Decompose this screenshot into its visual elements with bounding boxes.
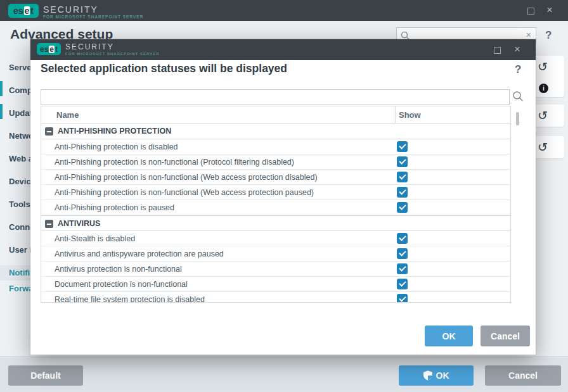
status-name: Anti-Phishing protection is non-function… bbox=[55, 155, 294, 170]
group-row[interactable]: ANTIVIRUS bbox=[41, 215, 510, 231]
product-name: SECURITY bbox=[43, 4, 98, 15]
scrollbar-thumb[interactable] bbox=[516, 112, 519, 125]
app-window: eset SECURITY FOR MICROSOFT SHAREPOINT S… bbox=[0, 0, 568, 392]
revert-icon[interactable]: ↺ bbox=[538, 61, 548, 73]
table-header: Name Show bbox=[41, 106, 510, 123]
show-checkbox[interactable] bbox=[397, 233, 408, 244]
dialog-title: Selected application statuses will be di… bbox=[41, 62, 287, 75]
main-footer: Default OK Cancel bbox=[0, 357, 568, 392]
table-body: ANTI-PHISHING PROTECTIONAnti-Phishing pr… bbox=[41, 123, 510, 303]
status-name: Anti-Phishing protection is paused bbox=[55, 200, 174, 215]
sidebar-item-tools[interactable]: Tools bbox=[0, 197, 30, 212]
show-checkbox[interactable] bbox=[397, 187, 408, 198]
shield-icon bbox=[423, 370, 432, 381]
sidebar-item-forward[interactable]: Forwa bbox=[0, 281, 30, 296]
status-row: Anti-Phishing protection is non-function… bbox=[41, 185, 510, 200]
close-icon[interactable]: × bbox=[546, 5, 553, 15]
product-name: SECURITY bbox=[65, 42, 114, 51]
status-name: Anti-Phishing protection is non-function… bbox=[55, 170, 318, 185]
status-row: Anti-Phishing protection is paused bbox=[41, 200, 510, 215]
show-checkbox[interactable] bbox=[397, 141, 408, 152]
sidebar-item-server[interactable]: Serve bbox=[0, 60, 30, 75]
default-button[interactable]: Default bbox=[8, 365, 83, 386]
product-subtitle: FOR MICROSOFT SHAREPOINT SERVER bbox=[65, 52, 160, 56]
maximize-icon[interactable] bbox=[527, 6, 534, 16]
sidebar-item-notifications[interactable]: Notifi bbox=[0, 265, 30, 281]
sidebar-item-web-and-email[interactable]: Web a bbox=[0, 151, 30, 167]
status-row: Real-time file system protection is disa… bbox=[41, 292, 510, 303]
show-checkbox[interactable] bbox=[397, 248, 408, 259]
ok-button[interactable]: OK bbox=[425, 326, 473, 346]
maximize-icon[interactable] bbox=[494, 46, 501, 55]
status-row: Antivirus protection is non-functional bbox=[41, 262, 510, 277]
sidebar-item-device-control[interactable]: Devic bbox=[0, 174, 30, 189]
sidebar-item-connected[interactable]: Conne bbox=[0, 220, 30, 235]
show-checkbox[interactable] bbox=[397, 263, 408, 274]
group-label: ANTIVIRUS bbox=[58, 216, 100, 232]
status-name: Anti-Phishing protection is disabled bbox=[55, 139, 178, 155]
help-icon[interactable]: ? bbox=[515, 63, 521, 76]
sidebar-item-computer[interactable]: Comp bbox=[0, 83, 30, 98]
main-titlebar: eset SECURITY FOR MICROSOFT SHAREPOINT S… bbox=[0, 0, 568, 21]
column-header-show: Show bbox=[399, 110, 421, 120]
status-name: Document protection is non-functional bbox=[55, 277, 188, 292]
revert-icon[interactable]: ↺ bbox=[538, 110, 548, 122]
statuses-table: Name Show ANTI-PHISHING PROTECTIONAnti-P… bbox=[41, 106, 511, 303]
status-row: Anti-Stealth is disabled bbox=[41, 231, 510, 246]
search-icon[interactable] bbox=[512, 91, 524, 102]
sidebar: ServeCompUpdatNetwoWeb aDevicToolsConneU… bbox=[0, 0, 30, 392]
modified-indicator bbox=[0, 104, 3, 119]
close-icon[interactable]: × bbox=[514, 44, 520, 54]
cancel-button[interactable]: Cancel bbox=[485, 365, 561, 386]
status-row: Anti-Phishing protection is disabled bbox=[41, 139, 510, 155]
show-checkbox[interactable] bbox=[397, 279, 408, 289]
status-row: Anti-Phishing protection is non-function… bbox=[41, 170, 510, 185]
modified-indicator bbox=[0, 81, 3, 96]
show-checkbox[interactable] bbox=[397, 172, 408, 182]
ok-button[interactable]: OK bbox=[399, 365, 474, 386]
status-name: Antivirus protection is non-functional bbox=[55, 262, 182, 277]
product-subtitle: FOR MICROSOFT SHAREPOINT SERVER bbox=[43, 15, 143, 19]
eset-logo: eset bbox=[37, 43, 61, 55]
collapse-icon[interactable] bbox=[45, 220, 53, 228]
info-icon[interactable]: i bbox=[539, 84, 548, 93]
clear-search-icon[interactable]: × bbox=[526, 30, 531, 40]
help-icon[interactable]: ? bbox=[545, 29, 552, 42]
group-row[interactable]: ANTI-PHISHING PROTECTION bbox=[41, 123, 510, 139]
show-checkbox[interactable] bbox=[397, 202, 408, 213]
cancel-button[interactable]: Cancel bbox=[481, 326, 530, 346]
status-row: Anti-Phishing protection is non-function… bbox=[41, 155, 510, 170]
collapse-icon[interactable] bbox=[45, 127, 53, 136]
status-name: Antivirus and antispyware protection are… bbox=[55, 246, 224, 262]
dialog-titlebar: eset SECURITY FOR MICROSOFT SHAREPOINT S… bbox=[30, 39, 536, 60]
status-row: Antivirus and antispyware protection are… bbox=[41, 246, 510, 262]
sidebar-item-network[interactable]: Netwo bbox=[0, 129, 30, 144]
sidebar-item-user-interface[interactable]: User i bbox=[0, 243, 30, 258]
status-name: Real-time file system protection is disa… bbox=[55, 292, 205, 303]
status-row: Document protection is non-functional bbox=[41, 277, 510, 292]
sidebar-item-update[interactable]: Updat bbox=[0, 106, 30, 121]
status-name: Anti-Phishing protection is non-function… bbox=[55, 185, 314, 200]
show-checkbox[interactable] bbox=[397, 156, 408, 167]
group-label: ANTI-PHISHING PROTECTION bbox=[58, 123, 171, 139]
show-checkbox[interactable] bbox=[397, 294, 408, 303]
column-header-name: Name bbox=[56, 110, 79, 120]
revert-icon[interactable]: ↺ bbox=[538, 141, 548, 153]
statuses-dialog: eset SECURITY FOR MICROSOFT SHAREPOINT S… bbox=[30, 39, 536, 355]
status-name: Anti-Stealth is disabled bbox=[55, 231, 135, 246]
dialog-search-input[interactable] bbox=[41, 89, 510, 105]
